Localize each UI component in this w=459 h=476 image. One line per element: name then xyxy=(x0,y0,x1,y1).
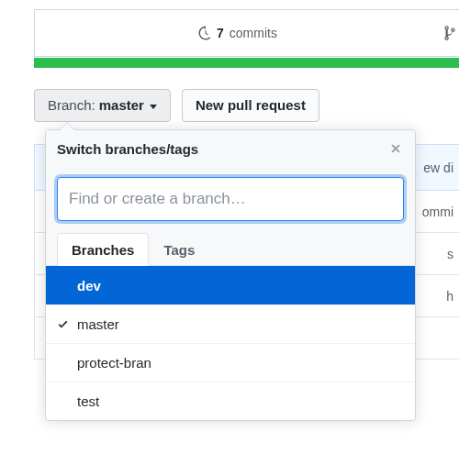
commits-count: 7 xyxy=(217,26,224,40)
branch-item-label: protect-bran xyxy=(77,355,151,371)
branch-dropdown-tabs: Branches Tags xyxy=(46,232,415,265)
branch-prefix: Branch: xyxy=(48,96,95,115)
close-icon[interactable] xyxy=(387,140,404,157)
caret-down-icon xyxy=(150,105,157,109)
history-icon xyxy=(198,26,213,40)
branch-item-dev[interactable]: dev xyxy=(46,266,415,304)
check-icon xyxy=(55,317,70,332)
branch-name: master xyxy=(99,96,144,115)
commits-link[interactable]: 7 commits xyxy=(35,10,441,56)
branch-filter-input[interactable] xyxy=(57,177,404,221)
branch-dropdown-header: Switch branches/tags Branches Tags xyxy=(46,130,415,266)
language-bar xyxy=(34,58,459,68)
branch-dropdown: Switch branches/tags Branches Tags dev m… xyxy=(45,129,416,421)
branch-item-label: test xyxy=(77,393,99,409)
branch-list: dev master protect-bran test xyxy=(46,266,415,420)
check-icon xyxy=(55,278,70,293)
branch-item-label: master xyxy=(77,316,119,332)
repo-toolbar: Branch: master New pull request xyxy=(34,89,319,122)
branch-item-master[interactable]: master xyxy=(46,304,415,343)
new-pull-request-button[interactable]: New pull request xyxy=(182,89,319,122)
branch-item-label: dev xyxy=(77,278,101,293)
branch-item-protect-bran[interactable]: protect-bran xyxy=(46,343,415,382)
tab-branches[interactable]: Branches xyxy=(57,233,149,266)
check-icon xyxy=(55,394,70,409)
branch-icon xyxy=(441,25,459,41)
branch-item-test[interactable]: test xyxy=(46,382,415,420)
commits-label: commits xyxy=(230,26,277,40)
tab-tags[interactable]: Tags xyxy=(149,233,209,266)
branch-select-button[interactable]: Branch: master xyxy=(34,89,171,122)
check-icon xyxy=(55,356,70,371)
repo-stats-bar: 7 commits xyxy=(34,9,459,57)
branch-dropdown-title: Switch branches/tags xyxy=(57,141,198,157)
